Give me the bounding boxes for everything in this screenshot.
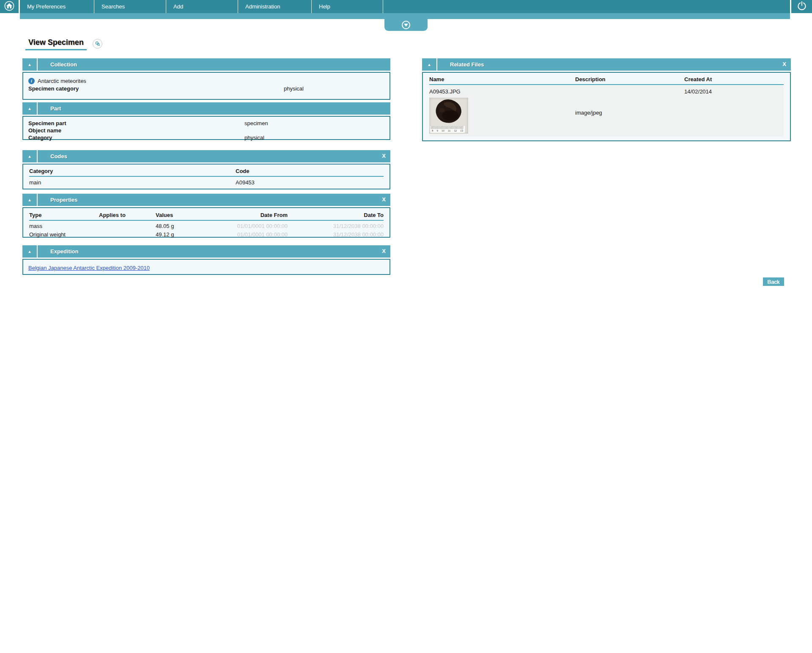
close-icon[interactable]: X [782,61,786,67]
field-label: Specimen category [28,85,284,92]
property-date-to-cell: 31/12/2038 00:00:00 [288,231,384,238]
collapse-icon[interactable]: ▲ [22,150,38,162]
nav-item-administration[interactable]: Administration [238,0,312,13]
property-date-from-cell: 01/01/0001 00:00:00 [223,223,288,229]
field-value: physical [244,134,384,141]
file-row: A09453.JPG 8 9 [429,86,784,137]
property-type-cell: mass [29,223,99,229]
collapse-nav-tab[interactable] [384,19,428,31]
panel-expedition: ▲ Expedition X Belgian Japanese Antarcti… [22,245,390,275]
panel-collection: ▲ Collection i Antarctic meteorites Spec… [22,58,390,100]
panel-codes-header: ▲ Codes X [22,150,390,162]
nav-item-my-preferences[interactable]: My Preferences [20,0,94,13]
home-icon [4,0,15,13]
property-date-to-cell: 31/12/2038 00:00:00 [288,223,384,229]
properties-table-header: Type Applies to Values Date From Date To [29,212,384,218]
part-field-row: Category physical [28,134,384,141]
panel-related-files-header: ▲ Related Files X [422,58,791,71]
panel-expedition-body: Belgian Japanese Antarctic Expedition 20… [22,259,390,275]
collapse-icon[interactable]: ▲ [22,194,38,206]
nav-item-help[interactable]: Help [312,0,383,13]
column-header: Date To [288,212,384,218]
file-name: A09453.JPG [429,88,575,95]
panel-part: ▲ Part Specimen part specimen Object nam… [22,102,390,140]
codes-table-header: Category Code [29,168,384,174]
app-canvas: My Preferences Searches Add Administrati… [0,0,812,653]
panel-related-files-body: Name Description Created At A09453.JPG [422,72,791,141]
table-header-rule [29,220,384,221]
panel-part-header: ▲ Part [22,102,390,115]
nav-substrip [20,13,790,19]
panel-collection-header: ▲ Collection [22,58,390,71]
ruler-numbers: 8 9 10 11 12 13 [430,129,465,132]
code-value-cell: A09453 [236,179,384,186]
field-label: Category [28,134,244,141]
home-button[interactable] [0,0,19,13]
column-header: Date From [223,212,288,218]
file-created-at: 14/02/2014 [684,88,784,137]
column-header: Created At [684,76,784,82]
panel-part-body: Specimen part specimen Object name Categ… [22,116,390,140]
related-files-table-header: Name Description Created At [429,76,784,82]
close-icon[interactable]: X [382,196,386,203]
nav-item-searches[interactable]: Searches [94,0,166,13]
property-value-cell: 49.12 g [156,231,223,238]
file-thumbnail[interactable]: 8 9 10 11 12 13 [429,98,468,134]
close-icon[interactable]: X [382,153,386,159]
collapse-icon[interactable]: ▲ [22,245,38,258]
ruler-number: 9 [437,129,438,132]
panel-title: Related Files [450,61,484,68]
info-icon: i [28,78,35,84]
file-name-cell: A09453.JPG 8 9 [429,88,575,137]
ruler-number: 11 [448,129,450,132]
property-type-cell: Original weight [29,231,99,238]
ruler: 8 9 10 11 12 13 [430,126,465,133]
column-header: Type [29,212,99,218]
part-field-row: Specimen part specimen [28,120,384,127]
panel-properties-header: ▲ Properties X [22,194,390,206]
column-header: Description [575,76,684,82]
column-header: Values [156,212,223,218]
field-label: Specimen part [28,120,244,127]
expedition-link[interactable]: Belgian Japanese Antarctic Expedition 20… [28,265,150,271]
logout-button[interactable] [791,0,812,13]
table-row: Original weight 49.12 g 01/01/0001 00:00… [29,231,384,238]
collection-name-row: i Antarctic meteorites [28,78,384,84]
panel-title: Part [50,105,61,112]
ruler-number: 8 [432,129,433,132]
table-header-rule [429,84,784,85]
table-row: main A09453 [29,179,384,186]
nav-item-add[interactable]: Add [166,0,238,13]
collection-name: Antarctic meteorites [38,78,86,84]
panel-properties: ▲ Properties X Type Applies to Values Da… [22,194,390,238]
collapse-icon[interactable]: ▲ [22,58,38,71]
property-applies-cell [99,231,156,238]
preview-magnifier-icon[interactable] [93,39,102,49]
panel-properties-body: Type Applies to Values Date From Date To… [22,207,390,238]
panel-collection-body: i Antarctic meteorites Specimen category… [22,72,390,100]
field-label: Object name [28,127,244,134]
panel-title: Expedition [50,248,78,255]
ruler-ticks [431,126,464,129]
collection-field-row: Specimen category physical [28,85,384,92]
close-icon[interactable]: X [382,248,386,254]
property-value-cell: 48.05 g [156,223,223,229]
back-button[interactable]: Back [763,277,784,286]
panel-title: Collection [50,61,77,68]
panel-codes: ▲ Codes X Category Code main A09453 [22,150,390,189]
table-header-rule [29,176,384,177]
ruler-number: 12 [454,129,457,132]
collapse-icon[interactable]: ▲ [22,102,38,115]
page-title: View Specimen [25,38,87,50]
collapse-icon[interactable]: ▲ [422,58,437,71]
ruler-number: 10 [442,129,444,132]
column-header: Name [429,76,575,82]
panel-title: Codes [50,153,67,159]
meteorite-image [432,99,465,126]
column-header: Category [29,168,236,174]
title-row: View Specimen [25,38,102,50]
column-header: Code [236,168,384,174]
panel-related-files: ▲ Related Files X Name Description Creat… [422,58,791,141]
nav-menu: My Preferences Searches Add Administrati… [20,0,790,13]
chevron-down-icon [402,21,410,29]
